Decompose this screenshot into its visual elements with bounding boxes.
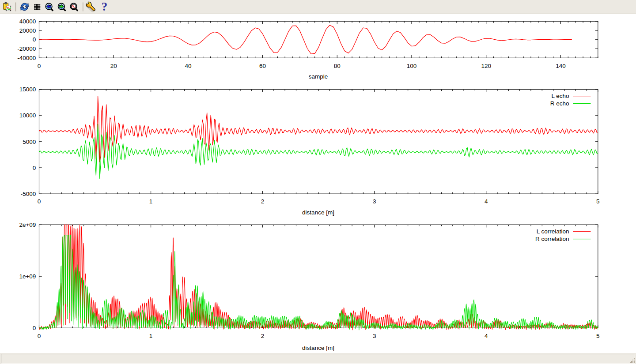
svg-text:5: 5	[596, 198, 600, 205]
svg-text:-20000: -20000	[17, 45, 36, 52]
svg-text:0: 0	[38, 333, 41, 339]
svg-text:0: 0	[33, 325, 36, 331]
svg-text:distance [m]: distance [m]	[302, 345, 334, 351]
svg-text:R echo: R echo	[550, 100, 569, 107]
svg-text:L echo: L echo	[552, 93, 569, 99]
svg-text:2: 2	[261, 198, 265, 205]
svg-text:140: 140	[556, 63, 566, 69]
svg-text:100: 100	[407, 63, 417, 69]
svg-text:0: 0	[38, 198, 41, 205]
svg-text:1e+09: 1e+09	[19, 273, 36, 280]
svg-text:80: 80	[334, 63, 341, 69]
svg-text:0: 0	[38, 63, 41, 69]
svg-text:4: 4	[485, 198, 488, 205]
svg-text:4: 4	[485, 333, 488, 339]
svg-text:20000: 20000	[19, 27, 36, 34]
svg-text:0: 0	[33, 36, 36, 43]
svg-text:-40000: -40000	[17, 55, 36, 61]
svg-text:2e+09: 2e+09	[19, 221, 36, 228]
svg-text:40000: 40000	[19, 18, 36, 25]
svg-text:3: 3	[373, 198, 376, 205]
svg-text:20: 20	[110, 63, 117, 69]
svg-text:L correlation: L correlation	[537, 228, 569, 235]
svg-text:2: 2	[261, 333, 265, 339]
svg-text:5000: 5000	[23, 139, 36, 145]
svg-text:40: 40	[185, 63, 191, 69]
svg-text:60: 60	[259, 63, 266, 69]
svg-text:0: 0	[33, 165, 36, 171]
svg-text:15000: 15000	[19, 86, 36, 93]
svg-text:sample: sample	[309, 73, 328, 80]
svg-text:distance [m]: distance [m]	[302, 209, 334, 216]
svg-text:1: 1	[149, 333, 153, 339]
svg-text:R correlation: R correlation	[535, 236, 569, 242]
svg-text:120: 120	[481, 63, 491, 69]
svg-text:?: ?	[102, 0, 108, 13]
svg-text:3: 3	[373, 333, 376, 339]
svg-text:10000: 10000	[19, 112, 36, 119]
svg-text:5: 5	[596, 333, 600, 339]
svg-text:1: 1	[149, 198, 153, 205]
svg-text:-5000: -5000	[21, 191, 36, 197]
